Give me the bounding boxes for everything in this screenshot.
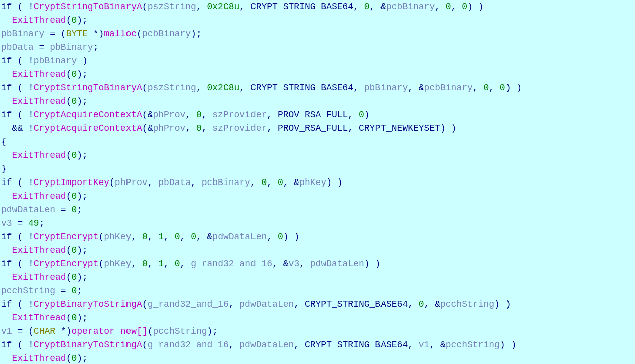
code-token: 1 — [158, 259, 164, 269]
code-token: ) ) — [283, 232, 299, 242]
code-token: ( — [137, 29, 142, 39]
code-token: = ( — [44, 29, 66, 39]
code-token: ); — [77, 15, 88, 25]
code-token: ) ) — [467, 2, 483, 12]
code-token: v3 — [289, 259, 300, 269]
code-token: CryptBinaryToStringA — [34, 299, 142, 309]
code-token: g_rand32_and_16 — [148, 340, 229, 350]
decompiler-code-view[interactable]: if ( !CryptStringToBinaryA(pszString, 0x… — [0, 0, 635, 364]
code-token: , CRYPT_STRING_BASE64, — [294, 299, 418, 309]
code-token: = — [55, 286, 71, 296]
code-token: , CRYPT_STRING_BASE64, — [294, 340, 418, 350]
code-token — [1, 245, 12, 255]
code-token: , — [229, 299, 240, 309]
code-token: 0 — [71, 272, 77, 282]
code-token: 0 — [71, 69, 77, 79]
code-token: if ( ! — [1, 259, 34, 269]
code-token: , — [267, 232, 278, 242]
code-token: pbData — [158, 177, 191, 188]
code-token: 0 — [71, 15, 77, 25]
code-token: , — [196, 83, 207, 93]
code-token: ( — [66, 69, 72, 79]
code-token: *) — [88, 29, 104, 39]
code-token: ) — [364, 110, 370, 120]
code-token: ( — [142, 340, 148, 350]
code-token: 0 — [71, 313, 77, 323]
code-token: , & — [272, 259, 288, 269]
code-token: 0 — [462, 2, 467, 12]
code-token — [1, 15, 12, 25]
code-token: ExitThread — [12, 272, 66, 282]
code-token: ); — [77, 353, 88, 363]
code-token: , & — [429, 340, 445, 350]
code-token: ExitThread — [12, 96, 66, 106]
code-token: 1 — [158, 232, 164, 242]
code-token: ) ) — [494, 299, 511, 309]
code-token: if ( ! — [1, 56, 34, 66]
code-token: 0 — [142, 232, 148, 242]
code-token: if ( ! — [1, 232, 34, 242]
code-token: CHAR — [34, 326, 55, 336]
code-token: , — [180, 232, 191, 242]
code-token: pdwDataLen — [310, 259, 364, 269]
code-token: if ( ! — [1, 83, 34, 93]
code-token: ) ) — [326, 177, 342, 188]
code-token: *) — [55, 326, 71, 336]
code-token: ); — [77, 313, 88, 323]
code-token: , & — [408, 83, 424, 93]
code-token: , — [191, 177, 202, 188]
code-token: ExitThread — [12, 245, 66, 255]
code-token: szProvider — [212, 110, 267, 120]
code-token: = ( — [12, 326, 34, 336]
code-token: pdwDataLen — [239, 340, 294, 350]
code-token: , & — [283, 177, 299, 188]
code-token: BYTE — [66, 29, 88, 39]
code-token: && ! — [1, 123, 34, 133]
code-token: ) ) — [505, 83, 522, 93]
code-token: ExitThread — [12, 191, 66, 201]
code-token: , — [131, 232, 142, 242]
code-token: = — [55, 205, 71, 215]
code-token: pdwDataLen — [212, 232, 267, 242]
code-token: 0x2C8u — [207, 83, 240, 93]
code-token: ; — [39, 218, 45, 228]
code-token: 0x2C8u — [207, 2, 240, 12]
code-token: , CRYPT_STRING_BASE64, — [239, 2, 364, 12]
code-token: pcchString — [440, 299, 494, 309]
code-token: CryptStringToBinaryA — [34, 2, 142, 12]
code-token: 49 — [28, 218, 39, 228]
code-token: ( — [66, 272, 72, 282]
code-token: pszString — [148, 2, 196, 12]
code-token: = — [34, 42, 50, 52]
code-token: , — [196, 2, 207, 12]
code-token: pbData — [1, 42, 34, 52]
code-token: 0 — [196, 123, 202, 133]
code-token: 0 — [71, 353, 77, 363]
code-token: ( — [98, 259, 104, 269]
code-token: , & — [424, 299, 440, 309]
code-token: pdwDataLen — [1, 205, 55, 215]
code-token: { — [1, 137, 7, 147]
code-token: ( — [142, 299, 148, 309]
code-token: ); — [77, 191, 88, 201]
code-token: g_rand32_and_16 — [148, 299, 229, 309]
code-token: 0 — [262, 177, 267, 188]
code-token: pcbBinary — [386, 2, 435, 12]
code-token: , PROV_RSA_FULL, — [267, 110, 359, 120]
code-token: CryptEncrypt — [34, 259, 99, 269]
code-token: 0 — [278, 177, 283, 188]
code-token: ( — [66, 15, 72, 25]
code-token: ; — [77, 286, 82, 296]
code-token: ( — [142, 2, 148, 12]
code-token: pbBinary — [34, 56, 77, 66]
code-token: pcchString — [1, 286, 55, 296]
code-token: phProv — [153, 110, 185, 120]
code-token: , — [489, 83, 500, 93]
code-token: , PROV_RSA_FULL, CRYPT_NEWKEYSET) ) — [267, 123, 456, 133]
code-token: ) — [77, 56, 88, 66]
code-token: ( — [109, 177, 115, 188]
code-token: , — [185, 110, 196, 120]
code-token: ); — [77, 69, 88, 79]
code-token — [1, 69, 12, 79]
code-token: pszString — [148, 83, 196, 93]
